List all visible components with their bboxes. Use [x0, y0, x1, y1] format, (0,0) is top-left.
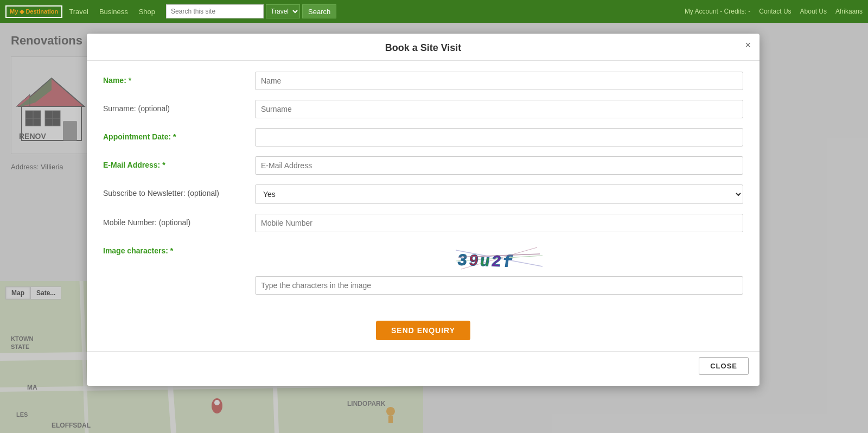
mobile-input[interactable]: [255, 214, 743, 232]
top-navigation: My ◆ Destination Travel Business Shop Tr…: [0, 0, 868, 23]
logo-my: My: [10, 8, 18, 15]
modal-body: Name: * Surname: (optional) Appointment …: [87, 61, 760, 315]
contact-us-link[interactable]: Contact Us: [759, 8, 791, 15]
email-field-container: [255, 156, 743, 175]
nav-right: My Account - Credits: - Contact Us About…: [685, 8, 863, 15]
captcha-input[interactable]: [255, 276, 743, 295]
name-input[interactable]: [255, 72, 743, 90]
mobile-row: Mobile Number: (optional): [103, 214, 743, 232]
email-input[interactable]: [255, 156, 743, 175]
appointment-input[interactable]: [255, 128, 743, 147]
captcha-svg: 39u2f: [456, 242, 542, 272]
name-label: Name: *: [103, 72, 255, 85]
search-area: Travel Search: [166, 4, 336, 18]
search-category-select[interactable]: Travel: [266, 4, 300, 18]
nav-business[interactable]: Business: [99, 8, 128, 16]
main-nav: Travel Business Shop: [69, 8, 155, 16]
page-background: Renovations: [0, 23, 868, 433]
send-enquiry-button[interactable]: SEND ENQUIRY: [376, 321, 470, 340]
modal-action-bar: CLOSE: [87, 351, 760, 375]
mobile-field-container: [255, 214, 743, 232]
appointment-field-container: [255, 128, 743, 147]
surname-input[interactable]: [255, 100, 743, 118]
logo-destination: Destination: [25, 8, 58, 15]
newsletter-label: Subscribe to Newsletter: (optional): [103, 184, 255, 198]
captcha-image: 39u2f: [255, 242, 743, 272]
appointment-label: Appointment Date: *: [103, 128, 255, 141]
surname-label: Surname: (optional): [103, 100, 255, 113]
nav-travel[interactable]: Travel: [69, 8, 88, 16]
appointment-row: Appointment Date: *: [103, 128, 743, 147]
captcha-label: Image characters: *: [103, 242, 255, 255]
logo-diamond: ◆: [20, 8, 24, 15]
newsletter-row: Subscribe to Newsletter: (optional) Yes …: [103, 184, 743, 204]
site-logo: My ◆ Destination: [5, 5, 62, 18]
modal-header: Book a Site Visit ×: [87, 34, 760, 61]
captcha-row: Image characters: * 39u2f: [103, 242, 743, 295]
about-us-link[interactable]: About Us: [800, 8, 827, 15]
search-input[interactable]: [166, 4, 264, 18]
name-row: Name: *: [103, 72, 743, 90]
svg-text:39u2f: 39u2f: [456, 251, 515, 272]
my-account-link[interactable]: My Account - Credits: -: [685, 8, 750, 15]
newsletter-select[interactable]: Yes No: [255, 184, 743, 204]
nav-shop[interactable]: Shop: [139, 8, 155, 16]
language-link[interactable]: Afrikaans: [835, 8, 863, 15]
modal-close-x-button[interactable]: ×: [745, 40, 751, 50]
modal-footer: SEND ENQUIRY: [87, 315, 760, 346]
search-button[interactable]: Search: [302, 4, 336, 18]
surname-field-container: [255, 100, 743, 118]
mobile-label: Mobile Number: (optional): [103, 214, 255, 227]
name-field-container: [255, 72, 743, 90]
captcha-field-container: 39u2f: [255, 242, 743, 295]
email-row: E-Mail Address: *: [103, 156, 743, 175]
email-label: E-Mail Address: *: [103, 156, 255, 169]
newsletter-field-container: Yes No: [255, 184, 743, 204]
close-button[interactable]: CLOSE: [699, 357, 749, 375]
surname-row: Surname: (optional): [103, 100, 743, 118]
modal-title: Book a Site Visit: [385, 42, 462, 54]
book-site-visit-modal: Book a Site Visit × Name: * Surname: (op…: [87, 34, 760, 386]
